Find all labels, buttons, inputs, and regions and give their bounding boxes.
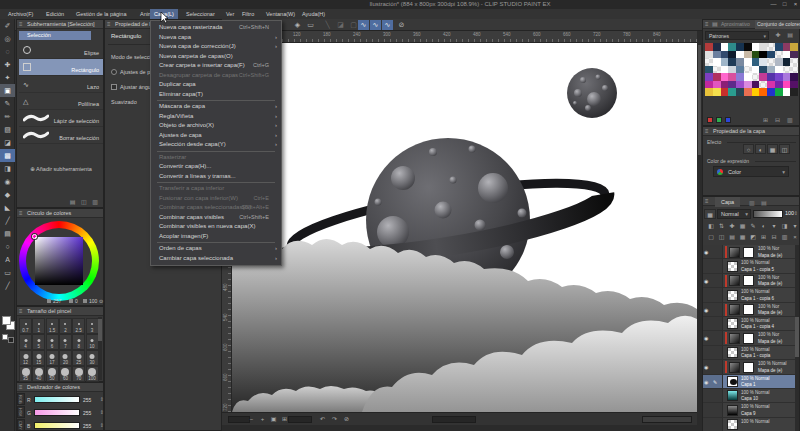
halftone-effect-icon[interactable]: ▦ xyxy=(767,144,778,154)
new-swatch-icon[interactable]: ⊞ xyxy=(763,116,768,123)
text-tool-icon[interactable]: A xyxy=(0,253,15,266)
menubar-item-ayudah[interactable]: Ayuda(H) xyxy=(298,9,329,19)
swatch[interactable] xyxy=(790,43,798,51)
mask-thumbnail[interactable] xyxy=(743,333,754,344)
tab-conjunto-de-colores[interactable]: Conjunto de colores xyxy=(755,20,800,29)
figure-tool-icon[interactable]: ╱ xyxy=(0,214,15,227)
swatch[interactable] xyxy=(783,43,791,51)
swatch[interactable] xyxy=(759,51,767,59)
mask-thumbnail[interactable] xyxy=(743,275,754,286)
foreground-color-swatch[interactable] xyxy=(2,316,11,325)
subtool-item-polil-nea[interactable]: △Polilínea xyxy=(19,93,103,110)
eye-icon[interactable]: ◉ xyxy=(704,364,708,370)
layers-toolbar-icon[interactable]: ▾ xyxy=(769,221,779,231)
layers-toolbar-icon[interactable]: ▦ xyxy=(738,221,748,231)
swatch[interactable] xyxy=(736,73,744,81)
colorspace-tab-rgb[interactable]: RGB xyxy=(17,393,25,405)
minimize-button[interactable]: — xyxy=(768,0,779,8)
layers-toolbar-icon[interactable]: ◨ xyxy=(780,221,790,231)
swatch[interactable] xyxy=(736,81,744,89)
menubar-item-ver[interactable]: Ver xyxy=(222,9,238,19)
tab-capa[interactable]: Capa xyxy=(715,197,740,207)
opacity-slider[interactable] xyxy=(753,210,783,218)
colorspace-toggle-icon[interactable]: ⊙ xyxy=(99,298,103,304)
rotate-right-button[interactable]: ↷ xyxy=(330,415,339,424)
pencil-tool-icon[interactable]: ✏ xyxy=(0,110,15,123)
swatch[interactable] xyxy=(744,43,752,51)
brush-size-12[interactable]: 12 xyxy=(19,350,32,366)
marquee-tool-icon[interactable]: ▣ xyxy=(0,84,15,97)
menubar-item-edicin[interactable]: Edición xyxy=(42,9,68,19)
menubar-item-seleccionar[interactable]: Seleccionar xyxy=(182,9,219,19)
layers-toolbar-icon[interactable]: ⊞ xyxy=(759,232,769,242)
brush-to-layer-icon[interactable]: ▦ xyxy=(704,209,716,219)
swatch[interactable] xyxy=(744,88,752,96)
menu-item[interactable]: Nueva carpeta de capas(O) xyxy=(151,52,281,62)
swatch[interactable] xyxy=(705,81,713,89)
swatch[interactable] xyxy=(721,73,729,81)
menubar-item-archivof[interactable]: Archivo(F) xyxy=(4,9,37,19)
layers-toolbar-icon[interactable]: ✎ xyxy=(748,221,758,231)
subtool-item-lazo[interactable]: ∿Lazo xyxy=(19,76,103,93)
layers-toolbar-icon[interactable]: ✚ xyxy=(727,221,737,231)
swatch-set-dropdown[interactable]: Patrones ▾ xyxy=(705,31,769,40)
swatch-grid[interactable] xyxy=(705,43,798,96)
swatch[interactable] xyxy=(713,58,721,66)
swatch[interactable] xyxy=(721,66,729,74)
brush-size-scroll-thumb[interactable] xyxy=(98,319,102,341)
swatch[interactable] xyxy=(728,81,736,89)
layer-row[interactable]: ◉100 % NorMapa de (e) xyxy=(703,245,797,259)
reset-view-button[interactable]: ⊘ xyxy=(342,415,351,424)
menu-item[interactable]: Objeto de archivo(X)› xyxy=(151,121,281,131)
swatch[interactable] xyxy=(728,88,736,96)
subtool-item-rect-ngulo[interactable]: Rectángulo xyxy=(19,59,103,76)
recent-color-chip[interactable] xyxy=(716,117,722,123)
swatch[interactable] xyxy=(736,51,744,59)
selection-frame-icon[interactable]: ▭ xyxy=(305,20,316,30)
zoom-in-button[interactable]: + xyxy=(258,415,267,424)
swatch[interactable] xyxy=(790,73,798,81)
slider-stepper[interactable]: ⇕ xyxy=(100,409,104,415)
swatch[interactable] xyxy=(775,88,783,96)
checkbox-control[interactable] xyxy=(111,84,117,90)
delete-swatch-icon[interactable]: ▥ xyxy=(787,116,793,123)
brush-size-30[interactable]: 30 xyxy=(86,350,99,366)
eye-icon[interactable]: ◉ xyxy=(704,379,708,385)
rotation-value-box[interactable] xyxy=(288,416,312,423)
slider-track-g[interactable] xyxy=(34,409,80,416)
brush-size-8[interactable]: 8 xyxy=(72,334,85,350)
menu-item[interactable]: Nueva capa› xyxy=(151,33,281,43)
subtool-tab-seleccion[interactable]: Selección xyxy=(19,31,91,40)
mask-thumbnail[interactable] xyxy=(743,362,754,373)
swatch[interactable] xyxy=(744,81,752,89)
swatch[interactable] xyxy=(783,88,791,96)
brush-size-15[interactable]: 15 xyxy=(32,350,45,366)
layer-thumbnail[interactable] xyxy=(727,318,738,329)
stroke-command-icon-3[interactable]: ∿ xyxy=(382,20,393,30)
layer-thumbnail[interactable] xyxy=(727,261,738,272)
swatch[interactable] xyxy=(728,43,736,51)
menubar-item-gestindelapgina[interactable]: Gestión de la página xyxy=(72,9,130,19)
swatch[interactable] xyxy=(721,58,729,66)
layers-toolbar-icon[interactable]: ⇅ xyxy=(717,221,727,231)
panel-menu-icon[interactable]: ≡ xyxy=(705,197,709,206)
swatch[interactable] xyxy=(705,88,713,96)
swatch[interactable] xyxy=(775,58,783,66)
brush-size-2[interactable]: 2 xyxy=(59,318,72,334)
layer-row[interactable]: ◉100 % NorMapa de (e) xyxy=(703,303,797,317)
pen-tool-icon[interactable]: ✎ xyxy=(0,97,15,110)
maximize-button[interactable]: □ xyxy=(779,0,790,8)
layer-row[interactable]: ◉100 % NorMapa de (e) xyxy=(703,331,797,345)
brush-size-3[interactable]: 3 xyxy=(86,318,99,334)
swatch[interactable] xyxy=(783,73,791,81)
move-tool-icon[interactable]: ✚ xyxy=(0,58,15,71)
ruler-tool-icon[interactable]: ▭ xyxy=(0,266,15,279)
menu-item[interactable]: Nueva capa rasterizadaCtrl+Shift+N xyxy=(151,23,281,33)
swatch[interactable] xyxy=(705,66,713,74)
colorspace-tab-hsv[interactable]: HSV xyxy=(17,406,25,418)
menu-item[interactable]: Nueva capa de corrección(J)› xyxy=(151,42,281,52)
swatch[interactable] xyxy=(783,58,791,66)
swatch[interactable] xyxy=(759,66,767,74)
radio-control[interactable] xyxy=(111,69,117,75)
swatch[interactable] xyxy=(705,73,713,81)
